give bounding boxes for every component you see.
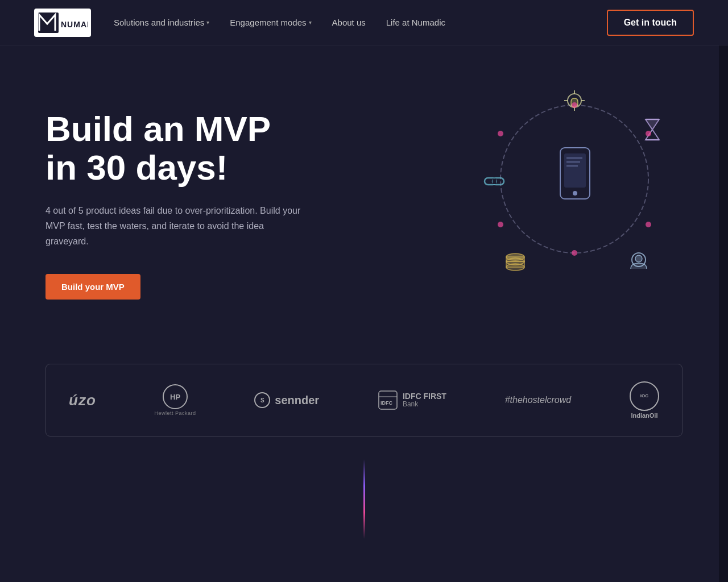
client-sennder: S sennder xyxy=(254,392,319,408)
svg-point-18 xyxy=(635,255,642,262)
numadic-logo-icon: NUMADIC xyxy=(37,11,88,34)
build-mvp-button[interactable]: Build your MVP xyxy=(46,274,140,300)
clients-strip: úzo HP Hewlett Packard S sennder IDFC ID… xyxy=(46,364,682,436)
hero-content: Build an MVP in 30 days! 4 out of 5 prod… xyxy=(0,64,341,334)
hero-section: Build an MVP in 30 days! 4 out of 5 prod… xyxy=(0,0,728,352)
svg-rect-4 xyxy=(564,153,586,188)
svg-point-30 xyxy=(572,250,577,256)
indianoil-circle: IOC xyxy=(630,381,659,411)
hostelcrowd-text: #thehostelcrowd xyxy=(505,395,572,405)
navbar: NUMADIC Solutions and industries ▾ Engag… xyxy=(0,0,728,45)
client-hostelcrowd: #thehostelcrowd xyxy=(505,395,572,405)
svg-point-32 xyxy=(498,131,503,136)
indianoil-inner-text: IOC xyxy=(640,394,648,399)
sennder-icon: S xyxy=(254,392,270,408)
svg-point-27 xyxy=(572,102,577,108)
idfc-icon: IDFC xyxy=(378,390,398,410)
vertical-line-section xyxy=(0,436,728,539)
hero-illustration xyxy=(455,68,694,296)
nav-solutions[interactable]: Solutions and industries ▾ xyxy=(114,18,209,27)
nav-life[interactable]: Life at Numadic xyxy=(386,18,445,27)
svg-point-5 xyxy=(573,191,577,196)
mvp-cycle-diagram xyxy=(455,68,694,296)
svg-point-28 xyxy=(646,131,651,136)
idfc-bank: Bank xyxy=(403,401,446,408)
client-indianoil: IOC IndianOil xyxy=(630,381,659,419)
get-in-touch-button[interactable]: Get in touch xyxy=(607,10,694,36)
nav-engagement[interactable]: Engagement modes ▾ xyxy=(230,18,311,27)
nav-about[interactable]: About us xyxy=(332,18,366,27)
hero-subtitle: 4 out of 5 product ideas fail due to ove… xyxy=(46,203,307,250)
chevron-down-icon: ▾ xyxy=(309,19,312,26)
svg-point-31 xyxy=(498,222,503,227)
logo-container[interactable]: NUMADIC xyxy=(34,9,91,37)
client-uzo-text: úzo xyxy=(69,392,96,409)
idfc-text-block: IDFC FIRST Bank xyxy=(403,392,446,409)
idfc-label: IDFC FIRST xyxy=(403,392,446,401)
client-hp: HP Hewlett Packard xyxy=(155,384,196,416)
svg-point-29 xyxy=(646,222,651,227)
sennder-text: sennder xyxy=(275,394,319,407)
hp-tagline: Hewlett Packard xyxy=(155,410,196,416)
gradient-divider-line xyxy=(363,459,365,539)
client-uzo: úzo xyxy=(69,392,96,409)
svg-text:IDFC: IDFC xyxy=(380,400,392,406)
hp-circle: HP xyxy=(163,384,188,409)
svg-text:NUMADIC: NUMADIC xyxy=(61,20,88,29)
navbar-right: Get in touch xyxy=(607,10,694,36)
svg-point-23 xyxy=(506,253,524,260)
client-idfc: IDFC IDFC FIRST Bank xyxy=(378,390,446,410)
indianoil-text: IndianOil xyxy=(631,412,657,419)
nav-links: Solutions and industries ▾ Engagement mo… xyxy=(114,18,445,27)
hero-title: Build an MVP in 30 days! xyxy=(46,110,307,187)
svg-rect-26 xyxy=(493,178,496,184)
hp-text: HP xyxy=(170,393,180,401)
logo-box: NUMADIC xyxy=(34,9,91,37)
navbar-left: NUMADIC Solutions and industries ▾ Engag… xyxy=(34,9,445,37)
chevron-down-icon: ▾ xyxy=(206,19,209,26)
